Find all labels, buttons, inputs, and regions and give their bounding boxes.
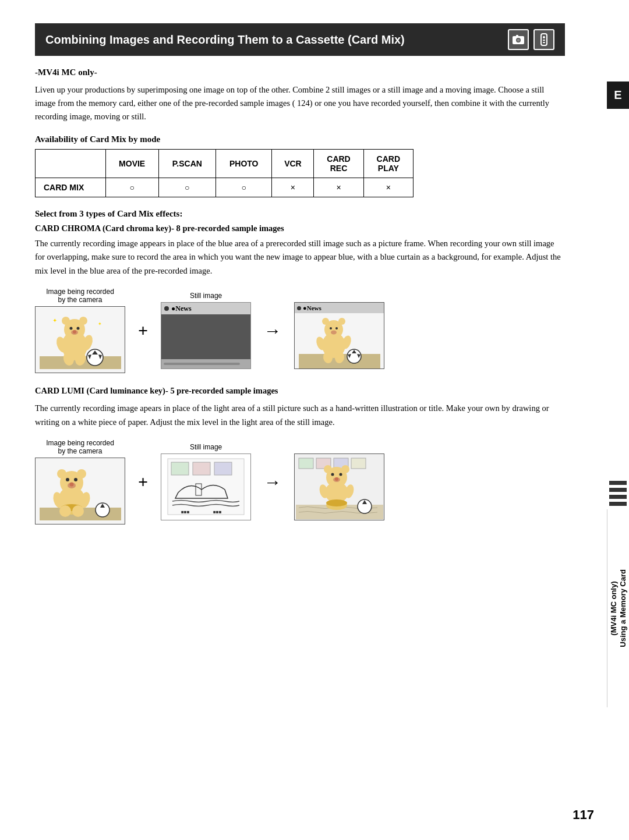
- news-dot: [164, 306, 169, 311]
- table-cell-card-rec: ×: [314, 178, 363, 197]
- svg-rect-54: [171, 462, 189, 475]
- result-news-dot: [297, 306, 301, 310]
- sidebar-line: [609, 502, 627, 506]
- svg-point-31: [331, 331, 337, 335]
- diagram-col-6: Result: [294, 443, 384, 520]
- news-label: ●News: [171, 304, 192, 313]
- table-header-vcr: VCR: [272, 149, 314, 178]
- svg-point-29: [330, 327, 332, 329]
- page-header: Combining Images and Recording Them to a…: [35, 23, 565, 56]
- svg-rect-64: [351, 458, 366, 469]
- select-heading: Select from 3 types of Card Mix effects:: [35, 209, 565, 219]
- sidebar-decoration: Using a Memory Card(MV4i MC only): [607, 477, 629, 707]
- header-icons: [508, 29, 554, 50]
- svg-point-73: [335, 477, 338, 481]
- bear-soccer-svg: ✦ ✦: [40, 311, 121, 369]
- diagram-label-left: Image being recordedby the camera: [46, 288, 114, 304]
- diagram-1: Image being recordedby the camera: [35, 288, 565, 373]
- news-footer-bar: [161, 359, 250, 368]
- diagram-col-1: Image being recordedby the camera: [35, 288, 125, 373]
- plus-symbol-2: +: [135, 472, 151, 492]
- svg-point-51: [72, 505, 84, 517]
- diagram-col-4: Image being recordedby the camera: [35, 439, 125, 524]
- table-header-card-play: CARDPLAY: [363, 149, 413, 178]
- plus-symbol-1: +: [135, 321, 151, 341]
- diagram-2: Image being recordedby the camera: [35, 439, 565, 524]
- paper-image-box: ■■■ ■■■: [161, 453, 251, 520]
- table-header-movie: MOVIE: [105, 149, 158, 178]
- svg-rect-7: [543, 42, 545, 43]
- baby-bear-svg: [40, 462, 121, 520]
- main-content: Combining Images and Recording Them to a…: [35, 23, 594, 524]
- sidebar-vertical-text-container: Using a Memory Card(MV4i MC only): [607, 509, 629, 707]
- diagram-label-middle-2: Still image: [190, 443, 222, 451]
- svg-point-43: [74, 478, 77, 481]
- diagram-label-middle: Still image: [190, 292, 222, 300]
- svg-point-70: [331, 473, 334, 476]
- sidebar-line: [609, 481, 627, 485]
- svg-point-71: [339, 473, 342, 476]
- card-lumi-body: The currently recording image apears in …: [35, 402, 565, 430]
- sidebar-vertical-text: Using a Memory Card(MV4i MC only): [609, 569, 627, 647]
- table-cell-card-play: ×: [363, 178, 413, 197]
- svg-point-30: [335, 327, 338, 329]
- svg-point-67: [324, 465, 332, 473]
- card-chroma-suffix: - 8 pre-recorded sample images: [171, 224, 284, 233]
- table-header-empty: [36, 149, 106, 178]
- sidebar-line: [609, 488, 627, 492]
- result-news-header: ●News: [295, 303, 384, 313]
- svg-rect-6: [543, 40, 545, 41]
- table-cell-pscan: ○: [158, 178, 215, 197]
- svg-rect-56: [214, 462, 232, 475]
- camera-image-box-2: [35, 458, 125, 524]
- result-bear-svg: [299, 313, 380, 368]
- svg-point-77: [326, 499, 347, 506]
- header-icon-camera: [508, 29, 529, 50]
- page-container: E Using a Memory Card(MV4i MC only) Comb…: [0, 0, 629, 840]
- diagram-label-left-2: Image being recordedby the camera: [46, 439, 114, 455]
- table-cell-photo: ○: [216, 178, 272, 197]
- news-content-area: [161, 314, 250, 359]
- svg-point-12: [79, 317, 87, 325]
- mv-label: -MV4i MC only-: [35, 68, 565, 77]
- svg-text:■■■: ■■■: [213, 509, 222, 515]
- avail-heading: Availability of Card Mix by mode: [35, 134, 565, 144]
- card-chroma-strong: CARD CHROMA (Card chroma key): [35, 224, 171, 233]
- svg-point-13: [69, 327, 72, 329]
- svg-point-39: [57, 469, 66, 479]
- page-number: 117: [573, 807, 594, 823]
- svg-point-11: [62, 317, 70, 325]
- news-header: ●News: [161, 303, 250, 314]
- svg-point-28: [338, 318, 345, 325]
- table-row: CARD MIX ○ ○ ○ × × ×: [36, 178, 414, 197]
- header-icon-remote: [533, 29, 554, 50]
- svg-point-45: [69, 482, 73, 486]
- camera-image-box: ✦ ✦: [35, 306, 125, 373]
- card-lumi-suffix: - 5 pre-recorded sample images: [165, 386, 278, 395]
- card-lumi-heading: CARD LUMI (Card luminance key)- 5 pre-re…: [35, 386, 565, 396]
- card-chroma-heading: CARD CHROMA (Card chroma key)- 8 pre-rec…: [35, 224, 565, 233]
- svg-point-2: [517, 39, 520, 42]
- tab-letter: E: [614, 88, 621, 102]
- svg-text:✦: ✦: [98, 321, 102, 327]
- diagram-col-3: Result ●News: [294, 292, 384, 369]
- svg-rect-55: [193, 462, 210, 475]
- svg-point-5: [543, 36, 545, 38]
- intro-text: Liven up your productions by superimposi…: [35, 83, 565, 124]
- arrow-symbol-1: →: [260, 321, 285, 341]
- svg-point-16: [73, 330, 76, 334]
- svg-point-40: [77, 469, 86, 479]
- table-cell-movie: ○: [105, 178, 158, 197]
- result-baby-bear-svg: [296, 455, 383, 519]
- news-footer-bar-inner: [164, 363, 240, 365]
- table-cell-label: CARD MIX: [36, 178, 106, 197]
- table-header-pscan: P.SCAN: [158, 149, 215, 178]
- card-lumi-strong: CARD LUMI (Card luminance key): [35, 386, 165, 395]
- result-image-box-2: [294, 453, 384, 520]
- svg-text:✦: ✦: [52, 317, 57, 324]
- svg-text:■■■: ■■■: [181, 509, 190, 515]
- table-header-photo: PHOTO: [216, 149, 272, 178]
- card-chroma-body: The currently recording image appears in…: [35, 237, 565, 279]
- arrow-symbol-2: →: [260, 472, 285, 492]
- diagram-col-2: Still image ●News: [161, 292, 251, 369]
